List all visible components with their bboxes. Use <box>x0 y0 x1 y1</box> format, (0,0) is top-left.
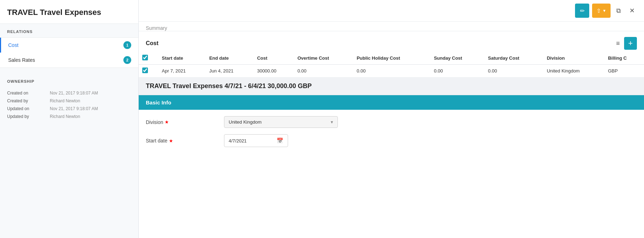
select-all-checkbox[interactable] <box>142 55 148 60</box>
basic-info-header: Basic Info <box>139 95 644 110</box>
expand-icon: ⧉ <box>616 7 621 14</box>
edit-button[interactable]: ✏ <box>575 4 589 18</box>
ownership-header: OWNERSHIP <box>0 74 138 87</box>
updated-on-value: Nov 21, 2017 9:18:07 AM <box>50 106 131 111</box>
division-label: Division ★ <box>146 119 224 125</box>
close-icon: ✕ <box>629 7 635 14</box>
hamburger-menu-icon[interactable]: ≡ <box>616 40 620 47</box>
cost-header: Cost ≡ + <box>139 35 644 52</box>
col-division: Division <box>543 52 605 65</box>
summary-tab-bar: Summary <box>139 22 644 31</box>
cost-table-wrapper: Start date End date Cost Overtime Cost P… <box>139 52 644 77</box>
division-row: Division ★ United Kingdom ▾ <box>146 116 637 128</box>
relation-badge-sales-rates: 2 <box>123 56 131 64</box>
close-button[interactable]: ✕ <box>627 5 638 16</box>
col-sunday-cost: Sunday Cost <box>430 52 484 65</box>
col-checkbox <box>139 52 158 65</box>
app-title: TRAVEL Travel Expenses <box>0 0 138 24</box>
row-end-date: Jun 4, 2021 <box>206 65 254 77</box>
upload-icon: ⇧ <box>596 7 601 14</box>
edit-icon: ✏ <box>580 7 585 14</box>
calendar-icon: 📅 <box>277 137 283 144</box>
cost-section: Cost ≡ + Start date <box>139 31 644 77</box>
col-public-holiday-cost: Public Holiday Cost <box>353 52 430 65</box>
col-saturday-cost: Saturday Cost <box>484 52 543 65</box>
division-control: United Kingdom ▾ <box>224 116 338 128</box>
division-select[interactable]: United Kingdom ▾ <box>224 116 338 128</box>
start-date-input[interactable]: 4/7/2021 📅 <box>224 134 288 147</box>
row-select-checkbox[interactable] <box>142 67 148 73</box>
detail-banner: TRAVEL Travel Expenses 4/7/21 - 6/4/21 3… <box>139 77 644 95</box>
relation-name-cost: Cost <box>8 42 18 48</box>
row-overtime-cost: 0.00 <box>294 65 353 77</box>
table-row: Apr 7, 2021 Jun 4, 2021 30000.00 0.00 0.… <box>139 65 644 77</box>
chevron-down-icon: ▾ <box>331 119 333 125</box>
relations-header: RELATIONS <box>0 24 138 37</box>
row-saturday-cost: 0.00 <box>484 65 543 77</box>
division-value: United Kingdom <box>229 119 262 125</box>
created-on-value: Nov 21, 2017 9:18:07 AM <box>50 91 131 96</box>
row-sunday-cost: 0.00 <box>430 65 484 77</box>
row-billing-c: GBP <box>605 65 644 77</box>
row-start-date: Apr 7, 2021 <box>158 65 206 77</box>
col-end-date: End date <box>206 52 254 65</box>
col-overtime-cost: Overtime Cost <box>294 52 353 65</box>
updated-on-label: Updated on <box>7 106 46 111</box>
start-date-label: Start date ★ <box>146 138 224 144</box>
division-required-star: ★ <box>165 119 169 125</box>
updated-by-label: Updated by <box>7 114 46 119</box>
plus-icon: + <box>628 39 633 48</box>
add-cost-button[interactable]: + <box>624 37 637 50</box>
relation-name-sales-rates: Sales Rates <box>8 57 35 63</box>
col-cost: Cost <box>254 52 294 65</box>
cost-title: Cost <box>146 40 159 47</box>
sidebar-item-cost[interactable]: Cost 1 <box>0 38 138 53</box>
col-billing-c: Billing C <box>605 52 644 65</box>
top-bar: ✏ ⇧ ▼ ⧉ ✕ <box>139 0 644 22</box>
cost-table: Start date End date Cost Overtime Cost P… <box>139 52 644 77</box>
start-date-value: 4/7/2021 <box>229 138 247 144</box>
created-by-label: Created by <box>7 98 46 103</box>
row-division: United Kingdom <box>543 65 605 77</box>
upload-button[interactable]: ⇧ ▼ <box>592 4 611 18</box>
created-on-label: Created on <box>7 91 46 96</box>
table-header-row: Start date End date Cost Overtime Cost P… <box>139 52 644 65</box>
basic-info-form: Division ★ United Kingdom ▾ Start date ★ <box>139 110 644 160</box>
expand-button[interactable]: ⧉ <box>613 6 624 16</box>
created-by-value: Richard Newton <box>50 98 131 103</box>
start-date-control: 4/7/2021 📅 <box>224 134 338 147</box>
updated-by-value: Richard Newton <box>50 114 131 119</box>
row-cost: 30000.00 <box>254 65 294 77</box>
start-date-row: Start date ★ 4/7/2021 📅 <box>146 134 637 147</box>
row-checkbox <box>139 65 158 77</box>
col-start-date: Start date <box>158 52 206 65</box>
row-public-holiday-cost: 0.00 <box>353 65 430 77</box>
dropdown-arrow: ▼ <box>602 9 606 13</box>
sidebar-item-sales-rates[interactable]: Sales Rates 2 <box>0 53 138 67</box>
relation-badge-cost: 1 <box>123 41 131 49</box>
start-date-required-star: ★ <box>169 138 173 144</box>
